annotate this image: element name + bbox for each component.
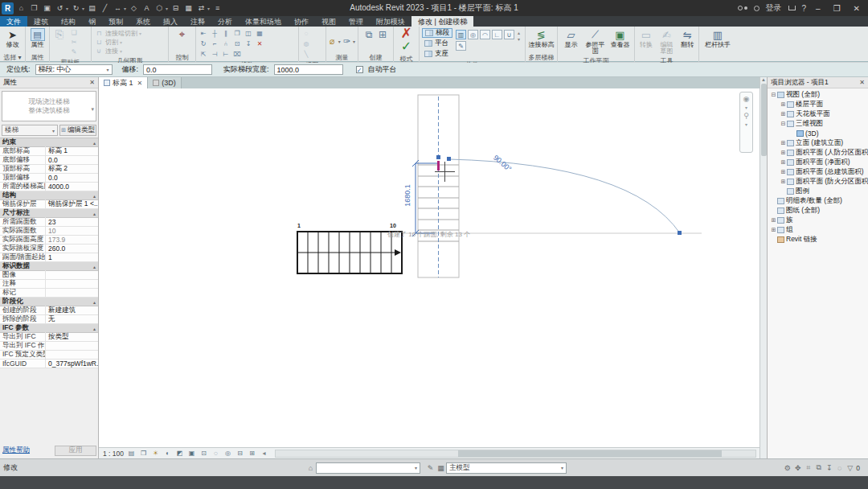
override-graphics-icon[interactable]: ◍ [301,39,311,48]
exclude-options-icon[interactable]: ⚙ [782,463,792,473]
trim-icon[interactable]: ⌐ [210,39,219,48]
u-shape-winder-icon[interactable]: ∪ [504,30,514,39]
properties-filter-select[interactable]: 楼梯▾ [2,125,58,136]
temporary-hide-isolate-icon[interactable]: ◌ [211,450,220,458]
pin-icon[interactable]: ↧ [244,39,253,48]
tree-expander-icon[interactable]: ⊞ [770,217,777,224]
ribbon-tab[interactable]: 建筑 [27,16,55,27]
mirror-icon[interactable]: ◫ [244,29,253,38]
show-crop-region-icon[interactable]: ⊡ [199,450,208,458]
flip-button[interactable]: ⇋翻转 [678,28,696,48]
tree-expander-icon[interactable]: ⊞ [780,101,787,108]
horizontal-scrollbar[interactable] [275,450,756,458]
viewer-button[interactable]: ▣查看器 [608,28,632,48]
tree-item-label[interactable]: 图纸 (全部) [786,206,820,216]
tree-item-label[interactable]: 楼层平面 [796,100,823,109]
ribbon-tab[interactable]: 视图 [315,16,342,27]
move-icon[interactable]: ┼ [210,29,219,38]
run-length-dimension[interactable]: 1680.1 [403,184,411,207]
ribbon-tab[interactable]: 系统 [129,16,157,27]
auto-landing-checkbox[interactable]: ✓ [356,66,363,73]
tree-item-label[interactable]: 图例 [796,187,809,196]
tree-item-label[interactable]: Revit 链接 [786,235,817,244]
component-scroll-up-icon[interactable]: ▴ [518,30,520,35]
ribbon-tab[interactable]: 文件 [0,16,27,27]
save-icon[interactable]: ▣ [42,3,52,14]
shadows-icon[interactable]: ◐ [163,450,172,458]
create-group-icon[interactable]: ⧉ [364,30,374,39]
properties-close-icon[interactable]: ✕ [89,79,95,86]
run-width-input[interactable]: 1000.0 [274,64,343,75]
tree-item[interactable]: ⊞ 面积平面 (防火分区面积) [768,177,868,187]
help-icon[interactable]: ? [802,4,807,13]
tree-item-label[interactable]: (3D) [805,129,819,138]
landing-tool-button[interactable]: 平台 [422,39,452,48]
press-drag-icon[interactable]: ✥ [792,463,803,473]
vertical-scroll-thumb[interactable] [761,84,767,156]
steering-wheel-dropdown-icon[interactable]: ▾ [745,105,747,110]
measure-tool-icon[interactable]: ⌀ [329,37,336,46]
tree-item-label[interactable]: 明细表/数量 (全部) [786,196,842,206]
rotate-icon[interactable]: ↻ [199,39,208,48]
create-sketch-icon[interactable]: ✎ [456,41,466,51]
ribbon-tab[interactable]: 钢 [82,16,102,27]
text-icon[interactable]: A [141,3,152,14]
section-icon[interactable]: ⊟ [170,3,181,14]
straight-run-icon[interactable]: ▥ [456,30,466,39]
redo-dropdown-icon[interactable]: ▾ [82,6,84,11]
user-icon[interactable] [754,6,760,11]
app-store-cart-icon[interactable] [788,6,796,10]
user-interface-icon[interactable]: ⇄ [196,3,207,14]
tree-item[interactable]: 图例 [768,187,868,196]
tree-expander-icon[interactable]: ⊞ [780,179,787,185]
tree-item[interactable]: ⊞ 族 [768,216,868,225]
unpin-icon[interactable]: ⇱ [199,50,208,59]
split-icon[interactable]: ⑃ [221,39,231,48]
sun-path-icon[interactable]: ☀ [151,450,160,458]
paste-button[interactable]: ⎘ [52,28,67,41]
scale-icon[interactable]: ⊡ [232,39,242,48]
drawing-canvas[interactable]: 1680.1 90.00° 创建了 10 个踢面, 剩余 13 个 1 10 ◉… [99,88,760,447]
edit-sketch-button[interactable]: ✍编辑草图 [657,28,677,55]
tree-item-label[interactable]: 族 [786,216,793,225]
tree-item-label[interactable]: 面积平面 (总建筑面积) [796,167,864,177]
l-shape-winder-icon[interactable]: ∟ [492,30,502,39]
array-icon[interactable]: ▦ [255,29,264,38]
properties-button[interactable]: ▤属性 [28,28,47,48]
tree-item-label[interactable]: 面积平面 (净面积) [796,158,850,167]
tree-expander-icon[interactable]: ⊞ [780,150,787,156]
render-icon[interactable]: ◩ [175,450,184,458]
create-similar-icon[interactable]: ⊞ [378,30,387,39]
tag-icon[interactable]: ◇ [129,3,139,14]
tree-item-label[interactable]: 三维视图 [796,119,823,129]
tree-item[interactable]: ⊟ 三维视图 [768,119,868,129]
ribbon-tab[interactable]: 协作 [288,16,315,27]
print-icon[interactable]: ▤ [87,3,97,14]
minimize-button[interactable]: – [813,4,824,13]
ui-dropdown-icon[interactable]: ▾ [207,6,210,11]
redo-icon[interactable]: ↻ [71,3,81,14]
worksets-icon[interactable]: ⌂ [305,463,316,473]
undo-icon[interactable]: ↺ [55,3,65,14]
reveal-hidden-elements-icon[interactable]: ◎ [223,450,232,458]
ribbon-tab[interactable]: 插入 [157,16,184,27]
offset-input[interactable]: 0.0 [143,64,212,75]
match-type-icon[interactable]: ✎ [69,47,79,56]
steering-wheel-icon[interactable]: ◉ [743,95,750,103]
tree-item-label[interactable]: 面积平面 (人防分区面积) [796,148,868,158]
tree-item[interactable]: (3D) [768,129,868,138]
scroll-left-icon[interactable]: ◂ [260,450,268,458]
tree-item-label[interactable]: 立面 (建筑立面) [796,138,843,148]
tree-expander-icon[interactable]: ⊞ [780,169,787,175]
activate-controls-button[interactable]: ⌖ [171,28,193,41]
ribbon-tab[interactable]: 结构 [55,16,82,27]
railing-button[interactable]: ▥栏杆扶手 [702,28,734,48]
detail-level-icon[interactable]: ▤ [127,450,136,458]
default-3d-view-icon[interactable]: ⬡ [154,3,165,14]
horizontal-scroll-thumb[interactable] [458,450,722,457]
undo-dropdown-icon[interactable]: ▾ [66,6,68,11]
active-workset-select[interactable]: ▾ [316,462,420,474]
type-selector[interactable]: 现场浇注楼梯 整体浇筑楼梯 ▾ [2,91,96,121]
search-icon[interactable] [738,6,743,10]
editing-requests-icon[interactable]: ✎ [425,463,436,473]
